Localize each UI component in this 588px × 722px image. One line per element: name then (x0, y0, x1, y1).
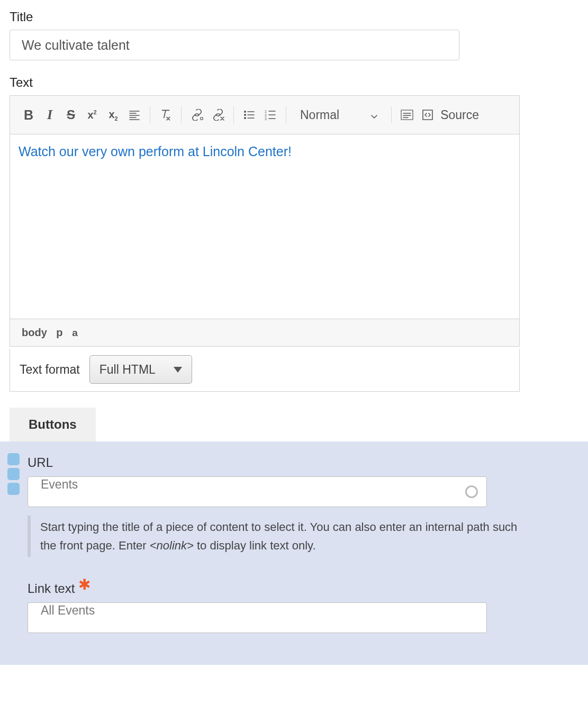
unlink-icon (211, 109, 225, 121)
svg-point-3 (244, 117, 246, 119)
svg-rect-8 (423, 110, 432, 120)
bold-icon: B (24, 107, 33, 123)
element-path-bar: body p a (10, 319, 519, 346)
link-text-label: Link text (28, 581, 75, 595)
dropdown-caret-icon (371, 108, 377, 122)
svg-point-1 (244, 111, 246, 113)
superscript-button[interactable]: x2 (83, 106, 101, 124)
toolbar-separator (233, 106, 234, 123)
link-text-label-row: Link text ✱ (28, 576, 588, 596)
show-blocks-icon (400, 109, 414, 121)
numbered-list-icon: 1 2 3 (264, 109, 277, 121)
drag-handle[interactable] (7, 453, 20, 498)
url-help-text: Start typing the title of a piece of con… (28, 516, 525, 557)
numbered-list-button[interactable]: 1 2 3 (261, 106, 279, 124)
bold-button[interactable]: B (20, 106, 38, 124)
svg-text:3: 3 (265, 117, 267, 121)
text-label: Text (10, 75, 588, 90)
italic-icon: I (47, 107, 52, 123)
strikethrough-icon: S (67, 107, 75, 122)
editor-content-area[interactable]: Watch our very own perform at Lincoln Ce… (10, 134, 519, 319)
path-body[interactable]: body (22, 327, 47, 338)
help-line-2c: to display link text only. (194, 539, 316, 552)
subscript-icon: x2 (108, 109, 117, 122)
drag-dot-icon (7, 483, 20, 495)
select-triangle-icon (174, 367, 182, 373)
remove-format-icon (159, 108, 173, 122)
buttons-panel: URL Start typing the title of a piece of… (0, 441, 588, 665)
rich-text-editor: B I S x2 x2 (10, 95, 520, 347)
path-p[interactable]: p (56, 327, 62, 338)
drag-dot-icon (7, 453, 20, 465)
url-input-wrapper (28, 476, 487, 507)
path-a[interactable]: a (72, 327, 78, 338)
text-format-value: Full HTML (99, 363, 156, 377)
title-input[interactable] (10, 30, 459, 60)
link-button[interactable] (188, 106, 206, 124)
bullet-list-icon (243, 109, 256, 121)
strike-button[interactable]: S (62, 106, 80, 124)
paragraph-format-value: Normal (300, 108, 339, 122)
show-blocks-button[interactable] (398, 106, 416, 124)
text-format-select[interactable]: Full HTML (89, 355, 192, 384)
svg-point-2 (244, 114, 246, 116)
editor-toolbar: B I S x2 x2 (10, 96, 519, 134)
bullet-list-button[interactable] (240, 106, 258, 124)
link-text-input-wrapper (28, 602, 487, 633)
drag-dot-icon (7, 468, 20, 480)
italic-button[interactable]: I (41, 106, 59, 124)
svg-rect-7 (401, 110, 413, 120)
url-label: URL (28, 455, 588, 470)
title-label: Title (10, 10, 588, 24)
unlink-button[interactable] (209, 106, 227, 124)
link-text-input[interactable] (40, 603, 431, 618)
tabs-row: Buttons (0, 408, 588, 441)
svg-text:1: 1 (265, 110, 267, 113)
svg-text:2: 2 (265, 113, 267, 117)
paragraph-format-dropdown[interactable]: Normal (293, 105, 385, 125)
text-format-label: Text format (20, 363, 80, 377)
toolbar-separator (286, 106, 286, 123)
source-label: Source (440, 108, 479, 122)
subscript-button[interactable]: x2 (104, 106, 122, 124)
tab-buttons[interactable]: Buttons (10, 408, 96, 441)
help-line-2a: the front page. Enter (40, 539, 150, 552)
help-line-1: Start typing the title of a piece of con… (40, 520, 517, 534)
toolbar-separator (181, 106, 182, 123)
remove-format-button[interactable] (157, 106, 175, 124)
required-asterisk-icon: ✱ (78, 576, 91, 593)
source-button[interactable]: Source (419, 106, 481, 124)
align-button[interactable] (125, 106, 143, 124)
help-nolink: <nolink> (150, 539, 194, 552)
link-icon (189, 109, 204, 121)
toolbar-separator (150, 106, 150, 123)
url-input[interactable] (40, 477, 431, 492)
text-format-row: Text format Full HTML (10, 349, 520, 392)
toolbar-separator (391, 106, 392, 123)
superscript-icon: x2 (87, 109, 96, 121)
align-icon (128, 109, 141, 121)
editor-link[interactable]: Watch our very own perform at Lincoln Ce… (19, 144, 292, 159)
source-icon (421, 109, 434, 121)
